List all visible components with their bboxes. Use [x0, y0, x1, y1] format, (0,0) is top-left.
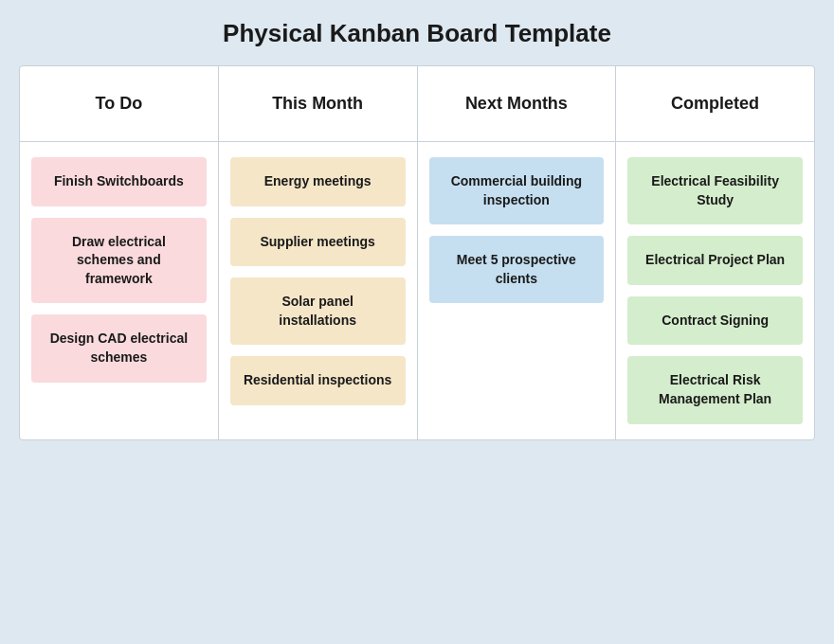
column-body-todo: Finish Switchboards Draw electrical sche…	[20, 142, 218, 439]
column-body-next-months: Commercial building inspection Meet 5 pr…	[418, 142, 616, 439]
card-supplier-meetings[interactable]: Supplier meetings	[230, 218, 406, 267]
card-meet-prospective-clients[interactable]: Meet 5 prospective clients	[429, 236, 605, 303]
card-residential-inspections[interactable]: Residential inspections	[230, 356, 406, 405]
page-title: Physical Kanban Board Template	[223, 19, 611, 48]
card-finish-switchboards[interactable]: Finish Switchboards	[31, 157, 207, 206]
card-commercial-building[interactable]: Commercial building inspection	[429, 157, 605, 224]
card-electrical-risk[interactable]: Electrical Risk Management Plan	[627, 356, 803, 423]
column-header-completed: Completed	[616, 66, 814, 142]
column-next-months: Next Months Commercial building inspecti…	[418, 66, 617, 439]
column-this-month: This Month Energy meetings Supplier meet…	[219, 66, 418, 439]
kanban-board: To Do Finish Switchboards Draw electrica…	[19, 65, 815, 440]
card-draw-electrical-schemes[interactable]: Draw electrical schemes and framework	[31, 218, 207, 304]
column-body-this-month: Energy meetings Supplier meetings Solar …	[219, 142, 417, 439]
column-body-completed: Electrical Feasibility Study Electrical …	[616, 142, 814, 439]
column-todo: To Do Finish Switchboards Draw electrica…	[20, 66, 219, 439]
card-electrical-project-plan[interactable]: Electrical Project Plan	[627, 236, 803, 285]
card-solar-panel[interactable]: Solar panel installations	[230, 277, 406, 345]
card-contract-signing[interactable]: Contract Signing	[627, 296, 803, 346]
card-electrical-feasibility[interactable]: Electrical Feasibility Study	[627, 157, 803, 224]
card-design-cad[interactable]: Design CAD electrical schemes	[31, 314, 207, 382]
column-completed: Completed Electrical Feasibility Study E…	[616, 66, 814, 439]
column-header-this-month: This Month	[219, 66, 417, 142]
card-energy-meetings[interactable]: Energy meetings	[230, 157, 406, 206]
column-header-next-months: Next Months	[418, 66, 616, 142]
column-header-todo: To Do	[20, 66, 218, 142]
